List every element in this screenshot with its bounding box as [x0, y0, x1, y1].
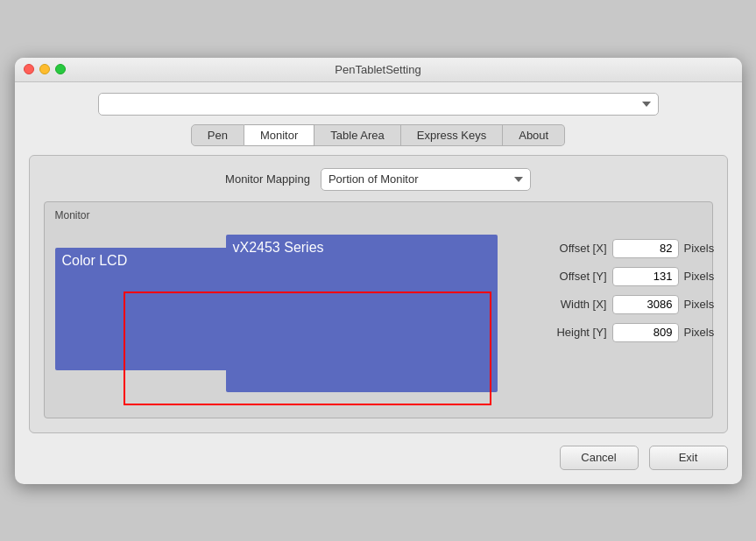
monitor-mapping-row: Monitor Mapping Portion of Monitor Full … [44, 168, 713, 191]
height-y-row: Height [Y] Pixels [537, 323, 715, 342]
tab-pen[interactable]: Pen [191, 124, 244, 146]
content-panel: Monitor Mapping Portion of Monitor Full … [29, 155, 728, 433]
height-y-input[interactable] [612, 323, 679, 342]
window-title: PenTabletSetting [335, 63, 420, 76]
width-x-unit: Pixels [684, 298, 715, 311]
height-y-label: Height [Y] [537, 326, 607, 339]
tab-table-area[interactable]: Table Area [314, 124, 400, 146]
traffic-lights [24, 64, 66, 74]
offset-y-row: Offset [Y] Pixels [537, 267, 715, 286]
offset-x-row: Offset [X] Pixels [537, 239, 715, 258]
width-x-row: Width [X] Pixels [537, 295, 715, 314]
height-y-unit: Pixels [684, 326, 715, 339]
tab-monitor[interactable]: Monitor [244, 124, 314, 146]
offset-y-label: Offset [Y] [537, 270, 607, 283]
main-window: PenTabletSetting Pen Monitor Table Area … [15, 58, 742, 484]
display-1-label: Color LCD [62, 253, 128, 269]
display-1: Color LCD [55, 248, 239, 370]
close-button[interactable] [24, 64, 34, 74]
offset-x-input[interactable] [612, 239, 679, 258]
device-dropdown-row [29, 93, 728, 116]
title-bar: PenTabletSetting [15, 58, 742, 82]
button-row: Cancel Exit [29, 442, 728, 470]
cancel-button[interactable]: Cancel [560, 446, 639, 470]
display-2: vX2453 Series [226, 235, 498, 392]
monitor-section: Monitor Color LCD vX2453 Series [44, 201, 713, 418]
offset-y-input[interactable] [612, 267, 679, 286]
monitor-content: Color LCD vX2453 Series Offset [55, 230, 702, 405]
width-x-label: Width [X] [537, 298, 607, 311]
monitor-section-label: Monitor [55, 209, 702, 221]
minimize-button[interactable] [39, 64, 50, 74]
maximize-button[interactable] [55, 64, 66, 74]
width-x-input[interactable] [612, 295, 679, 314]
tab-about[interactable]: About [503, 124, 565, 146]
offset-x-unit: Pixels [684, 242, 715, 255]
display-2-label: vX2453 Series [233, 240, 324, 256]
monitor-mapping-label: Monitor Mapping [225, 172, 310, 186]
offset-y-unit: Pixels [684, 270, 715, 283]
exit-button[interactable]: Exit [649, 446, 728, 470]
window-body: Pen Monitor Table Area Express Keys Abou… [15, 82, 742, 484]
tab-express-keys[interactable]: Express Keys [401, 124, 503, 146]
offset-x-label: Offset [X] [537, 242, 607, 255]
offset-fields: Offset [X] Pixels Offset [Y] Pixels Widt… [537, 230, 715, 342]
tab-bar: Pen Monitor Table Area Express Keys Abou… [29, 124, 728, 146]
monitor-mapping-select[interactable]: Portion of Monitor Full Single Monitor [321, 168, 531, 191]
device-select[interactable] [98, 93, 659, 116]
monitor-canvas: Color LCD vX2453 Series [55, 230, 519, 405]
